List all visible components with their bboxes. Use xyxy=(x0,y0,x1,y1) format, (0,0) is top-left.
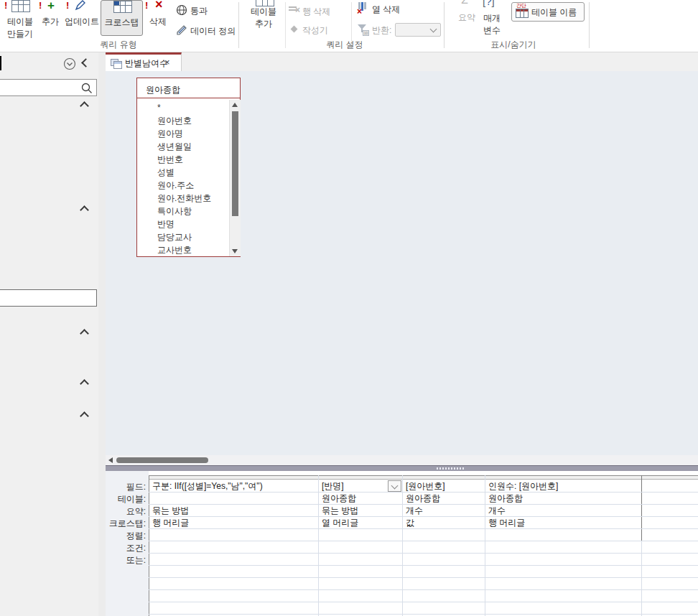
grid-cell-field[interactable]: 구분: IIf([성별]=Yes,"남","여") xyxy=(152,480,316,493)
field-item[interactable]: 반명 xyxy=(157,218,220,230)
scroll-up-icon[interactable] xyxy=(232,103,238,107)
nav-group-collapse-icon[interactable] xyxy=(80,205,89,215)
delete-columns-button[interactable]: 열 삭제 xyxy=(372,4,415,16)
totals-icon: Σ xyxy=(460,0,474,8)
ribbon-divider xyxy=(589,2,590,48)
grid-row-label: 테이블: xyxy=(106,493,146,505)
data-definition-label: 데이터 정의 xyxy=(190,25,236,37)
grid-cell-table[interactable]: 원아종합 xyxy=(406,493,482,505)
field-item[interactable]: * xyxy=(157,101,220,114)
group-label-query-type: 쿼리 유형 xyxy=(72,39,165,51)
table-names-icon xyxy=(516,9,529,18)
nav-search-input[interactable] xyxy=(0,79,97,96)
grid-column-border-dark xyxy=(641,475,642,541)
grid-cell-field[interactable]: [반명] xyxy=(322,480,386,493)
return-label: 반환: xyxy=(372,24,396,37)
update-button[interactable]: 업데이트 xyxy=(63,16,101,28)
nav-menu-icon[interactable] xyxy=(63,57,76,70)
scrollbar-thumb[interactable] xyxy=(232,111,238,216)
grid-cell-table[interactable] xyxy=(152,493,316,505)
builder-button[interactable]: 작성기 xyxy=(302,24,345,37)
table-names-label: 테이블 이름 xyxy=(531,6,577,19)
grid-cell-combo-button[interactable] xyxy=(388,480,401,492)
field-item[interactable]: 원아번호 xyxy=(157,114,220,127)
nav-item-rename-input[interactable] xyxy=(0,289,97,307)
grid-row-border xyxy=(149,614,698,615)
field-item[interactable]: 반번호 xyxy=(157,153,220,166)
update-icon: ! xyxy=(66,0,99,13)
grid-row-label: 필드: xyxy=(106,481,146,493)
delete-query-button[interactable]: 삭제 xyxy=(142,16,174,28)
scroll-down-icon[interactable] xyxy=(232,249,238,253)
grid-column-border xyxy=(402,475,403,616)
nav-group-collapse-icon[interactable] xyxy=(80,329,89,338)
document-tab-title: 반별남여수 xyxy=(125,57,168,70)
field-item[interactable]: 성별 xyxy=(157,166,220,179)
grid-cell-crosstab[interactable]: 열 머리글 xyxy=(322,517,399,529)
grid-cell-total[interactable]: 개수 xyxy=(488,505,638,517)
field-item[interactable]: 교사번호 xyxy=(157,243,220,256)
grid-row-label: 조건: xyxy=(106,542,146,554)
field-item[interactable]: 원아.전화번호 xyxy=(157,192,220,205)
field-list-separator xyxy=(137,98,240,98)
crosstab-button[interactable]: 크로스탭 xyxy=(101,0,143,36)
grid-cell-table[interactable]: 원아종합 xyxy=(322,493,399,505)
parameters-icon: [?] xyxy=(483,0,501,9)
delete-rows-button[interactable]: 행 삭제 xyxy=(302,6,345,18)
field-list-scrollbar[interactable] xyxy=(229,100,241,256)
append-icon: ! + xyxy=(39,0,63,13)
query-object-icon xyxy=(111,59,121,68)
make-table-label: 테이블 xyxy=(1,16,39,28)
grid-cell-field[interactable]: 인원수: [원아번호] xyxy=(488,480,638,493)
grid-row-border xyxy=(149,589,698,590)
crosstab-icon xyxy=(113,1,131,12)
grid-cell-table[interactable]: 원아종합 xyxy=(488,493,638,505)
grid-cell-total[interactable]: 묶는 방법 xyxy=(322,505,399,517)
delete-query-icon: ! × xyxy=(145,0,172,13)
chevron-down-icon xyxy=(391,482,399,490)
grid-cell-field[interactable]: [원아번호] xyxy=(406,480,482,493)
return-combobox[interactable] xyxy=(395,23,441,37)
grid-cell-total[interactable]: 묶는 방법 xyxy=(152,505,316,517)
field-list-window[interactable]: 원아종합 * 원아번호 원아명 생년월일 반번호 성별 원아.주소 원아.전화번… xyxy=(136,78,241,257)
add-tables-button[interactable]: 테이블 추가 xyxy=(246,6,281,30)
grid-cell-crosstab[interactable]: 행 머리글 xyxy=(488,517,638,529)
table-names-toggle[interactable]: 간단 테이블 이름 xyxy=(511,2,585,22)
group-label-query-setup: 쿼리 설정 xyxy=(294,39,395,51)
builder-icon xyxy=(289,25,299,34)
tab-close-icon[interactable]: × xyxy=(164,57,170,67)
ribbon-divider xyxy=(285,2,286,48)
nav-group-collapse-icon[interactable] xyxy=(80,379,89,388)
field-item[interactable]: 원아.주소 xyxy=(157,179,220,192)
parameters-button[interactable]: 매개 변수 xyxy=(477,12,507,37)
field-item[interactable]: 생년월일 xyxy=(157,140,220,153)
append-button[interactable]: 추가 xyxy=(36,16,65,28)
text-cursor xyxy=(0,56,1,70)
group-label-show-hide: 표시/숨기기 xyxy=(467,39,560,51)
ribbon-divider xyxy=(444,2,445,48)
grid-row-label: 또는: xyxy=(106,554,146,566)
nav-group-collapse-icon[interactable] xyxy=(80,101,89,111)
field-item[interactable]: 원아명 xyxy=(157,127,220,140)
splitter-handle[interactable] xyxy=(437,467,465,470)
field-item[interactable]: 담당교사 xyxy=(157,230,220,243)
return-icon: 10 xyxy=(357,24,368,35)
grid-row-border xyxy=(149,577,698,578)
grid-row-label: 정렬: xyxy=(106,530,146,542)
make-table-button[interactable]: 테이블 만들기 xyxy=(1,16,39,40)
diagram-horizontal-scrollbar[interactable] xyxy=(106,455,698,465)
grid-column-selector-strip[interactable] xyxy=(149,475,698,480)
field-item[interactable]: 특이사항 xyxy=(157,205,220,218)
grid-cell-total[interactable]: 개수 xyxy=(406,505,482,517)
shutter-bar-close-icon[interactable] xyxy=(81,58,90,67)
navigation-pane xyxy=(0,52,98,616)
document-tab[interactable]: 반별남여수 × xyxy=(106,52,182,71)
grid-cell-crosstab[interactable]: 값 xyxy=(406,517,482,529)
nav-group-collapse-icon[interactable] xyxy=(80,411,89,421)
delete-columns-icon: × xyxy=(357,2,368,14)
scrollbar-thumb[interactable] xyxy=(116,457,208,463)
grid-cell-crosstab[interactable]: 행 머리글 xyxy=(152,517,316,529)
access-query-design-window: ! 테이블 만들기 ! + 추가 ! 업데이트 크로스 xyxy=(0,0,698,616)
scroll-left-icon[interactable] xyxy=(108,457,113,463)
grid-row-label: 크로스탭: xyxy=(106,518,146,530)
